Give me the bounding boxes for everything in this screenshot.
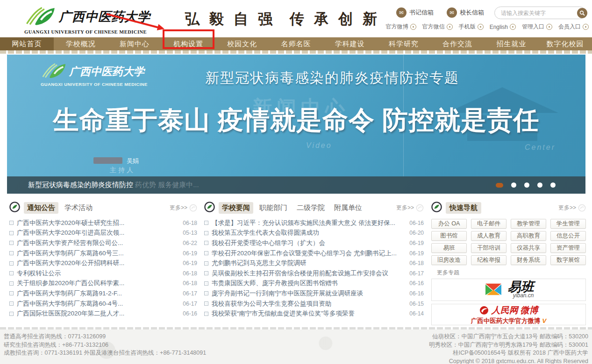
quick-nav-more-link[interactable]: 更多>> <box>558 204 586 212</box>
quick-nav-button[interactable]: 干部培训 <box>471 243 506 253</box>
news-item[interactable]: 【求是】习近平：充分认识颁布实施民法典重大意义 依法更好保... 06-16 <box>204 218 424 228</box>
more-topics-link[interactable]: 更多专题 <box>437 269 586 277</box>
nav-item[interactable]: 合作交流 <box>431 37 485 50</box>
search-icon <box>579 10 585 16</box>
news-item[interactable]: 我校召开党委理论中心组学习（扩大）会 06-19 <box>204 238 424 248</box>
quick-nav-button[interactable]: 学生管理 <box>550 219 586 229</box>
quick-nav-button[interactable]: 数字展馆 <box>550 255 586 265</box>
search-input[interactable] <box>495 10 577 16</box>
search-button[interactable] <box>577 8 587 18</box>
carousel-dot[interactable] <box>537 182 542 188</box>
nav-item[interactable]: 新闻中心 <box>107 37 161 50</box>
nav-item[interactable]: 招生就业 <box>485 37 538 50</box>
quick-nav-button[interactable]: 仪器共享 <box>511 243 546 253</box>
header-quick-link[interactable]: 官方微信 <box>422 23 453 31</box>
news-item[interactable]: 庞宇舟副书记一行到南宁市中医医院开展就业调研座谈 06-16 <box>204 288 424 299</box>
nav-item[interactable]: 科学研究 <box>377 37 430 50</box>
notice-item[interactable]: 广西中医药大学2020年硕士研究生招... 06-18 <box>9 218 197 228</box>
news-item[interactable]: 我校荣获“南宁市无偿献血促进奖单位奖”等多项荣誉 06-14 <box>204 308 424 319</box>
hero-carousel[interactable]: 新闻中心 Video Center 广西中医药大学 GUANGXI UN <box>7 55 585 194</box>
news-more-link[interactable]: 更多>> <box>396 204 424 212</box>
header-quick-link[interactable]: English <box>490 23 516 31</box>
notices-more-link[interactable]: 更多>> <box>170 204 197 212</box>
header-quick-link[interactable]: 管理入口 <box>522 23 552 31</box>
member-entry-icon <box>583 24 589 30</box>
quick-nav-button[interactable]: 旧房改造 <box>431 255 467 265</box>
list-bullet-icon <box>9 251 14 255</box>
news-tab[interactable]: 附属单位 <box>331 202 365 214</box>
list-bullet-icon <box>204 312 208 316</box>
carousel-dot[interactable] <box>524 182 529 188</box>
host-name: 吴娟 <box>127 157 139 165</box>
notice-item[interactable]: 关于组织参加2020年广西公民科学素... 06-18 <box>9 279 197 289</box>
news-item[interactable]: 吴琪俊副校长主持召开宿舍综合楼使用前配套设施工作安排会议 06-17 <box>204 268 424 279</box>
quick-nav-button[interactable]: 教学管理 <box>511 219 546 229</box>
quick-nav-button[interactable]: 电子邮件 <box>471 219 506 229</box>
weibo-brand: 人民网 微博 <box>492 304 538 316</box>
president-mailbox-link[interactable]: ✉ 校长信箱 <box>447 7 484 18</box>
header-quick-link[interactable]: 会员入口 <box>558 23 589 31</box>
news-list: 【求是】习近平：充分认识颁布实施民法典重大意义 依法更好保... 06-16 我… <box>204 218 424 319</box>
quick-nav-button[interactable]: 纪检举报 <box>471 255 506 265</box>
notice-item[interactable]: 广西中医药大学制药厂东葛路91-2-F... 06-17 <box>9 288 197 299</box>
header-quick-link[interactable]: 手机版 <box>459 23 484 31</box>
notices-tab[interactable]: 通知公告 <box>24 202 58 214</box>
banner-caption-faded: 药优势 服务健康中... <box>135 181 199 189</box>
carousel-dot[interactable] <box>496 183 503 188</box>
quick-nav-button[interactable]: 成人教育 <box>471 231 506 241</box>
notices-tab[interactable]: 学术活动 <box>61 202 96 214</box>
secretary-mailbox-link[interactable]: ✉ 书记信箱 <box>396 7 434 18</box>
nav-item[interactable]: 名师名医 <box>269 37 323 50</box>
carousel-dot[interactable] <box>511 182 516 188</box>
list-bullet-icon <box>9 221 14 225</box>
quick-nav-button[interactable]: 高职教育 <box>511 231 546 241</box>
notice-item[interactable]: 广西中医药大学资产经营有限公司公... 06-22 <box>9 238 197 248</box>
university-logo[interactable]: 广西中医药大学 GUANGXI UNIVERSITY OF CHINESE ME… <box>24 6 150 35</box>
quick-nav-button[interactable]: 信息公开 <box>550 231 586 241</box>
news-tab[interactable]: 职能部门 <box>256 202 291 214</box>
footer-address-line: 桂ICP备05001654号 版权所有 2018 广西中医药大学 <box>429 349 588 357</box>
list-bullet-icon <box>9 271 14 275</box>
news-item[interactable]: 韦贵康国医大师、庞宇舟教授向区图书馆赠书 06-16 <box>204 279 424 289</box>
notice-item[interactable]: 广西中医药大学制药厂东葛路60号三... 06-19 <box>9 248 197 259</box>
news-tab[interactable]: 学校要闻 <box>219 202 253 214</box>
notice-item[interactable]: 专利权转让公示 06-18 <box>9 268 197 279</box>
nav-item[interactable]: 数字化校园 <box>538 37 592 50</box>
weibo-banner[interactable]: 人民网 微博 广西中医药大学官方微博 V <box>431 304 586 325</box>
list-bullet-icon <box>204 301 208 306</box>
quick-nav-button[interactable]: 财务系统 <box>511 255 546 265</box>
page: 广西中医药大学 GUANGXI UNIVERSITY OF CHINESE ME… <box>0 0 592 364</box>
quick-nav-panel: 快速导航 更多>> 办公 OA电子邮件教学管理学生管理图书馆成人教育高职教育信息… <box>431 201 586 325</box>
news-item[interactable]: 我校第五次学生代表大会取得圆满成功 06-20 <box>204 228 424 238</box>
nav-item[interactable]: 校园文化 <box>215 37 269 50</box>
nav-item[interactable]: 学科建设 <box>323 37 377 50</box>
news-item[interactable]: 我校喜获华为公司大学生竞赛公益项目资助 06-15 <box>204 299 424 309</box>
news-tab[interactable]: 二级学院 <box>293 202 328 214</box>
nav-item[interactable]: 学校概况 <box>54 37 107 50</box>
list-bullet-icon <box>9 291 14 295</box>
notice-item[interactable]: 广西中医药大学2020年引进高层次领... 05-13 <box>9 228 197 238</box>
news-item[interactable]: 学校召开2020年保密工作会议暨党委中心组学习会 尤剑鹏书记上... 06-19 <box>204 248 424 259</box>
notice-item[interactable]: 广西国际壮医医院2020年第二批人才... 06-16 <box>9 308 197 319</box>
yiban-banner[interactable]: 易班 yiban.cn <box>431 279 586 301</box>
notice-item[interactable]: 广西中医药大学2020年公开招聘科研... 06-19 <box>9 258 197 268</box>
list-bullet-icon <box>204 271 208 275</box>
notice-item[interactable]: 广西中医药大学制药厂东葛路60-4号... 06-17 <box>9 299 197 309</box>
news-panel: 学校要闻职能部门二级学院附属单位 更多>> 【求是】习近平：充分认识颁布实施民法… <box>204 201 424 319</box>
list-bullet-icon <box>9 261 14 266</box>
quick-nav-button[interactable]: 易班 <box>431 243 467 253</box>
news-item[interactable]: 尤剑鹏书记到马克思主义学院调研 06-18 <box>204 258 424 268</box>
quick-nav-button[interactable]: 资产管理 <box>550 243 586 253</box>
mobile-icon <box>478 24 484 30</box>
header-quick-link[interactable]: 官方微博 <box>386 23 416 31</box>
peoples-daily-icon <box>479 306 489 315</box>
nav-item[interactable]: 网站首页 <box>0 37 54 50</box>
carousel-dot[interactable] <box>550 182 556 188</box>
nav-item[interactable]: 机构设置 <box>162 37 215 50</box>
list-bullet-icon <box>204 291 208 295</box>
quick-nav-button[interactable]: 图书馆 <box>431 231 467 241</box>
quick-nav-button[interactable]: 办公 OA <box>431 219 467 229</box>
seal-emblem-icon <box>204 202 215 214</box>
footer-hotline-line: 普通高考招生咨询热线：0771-3126099 <box>4 333 206 341</box>
yiban-logo-icon <box>484 281 503 299</box>
